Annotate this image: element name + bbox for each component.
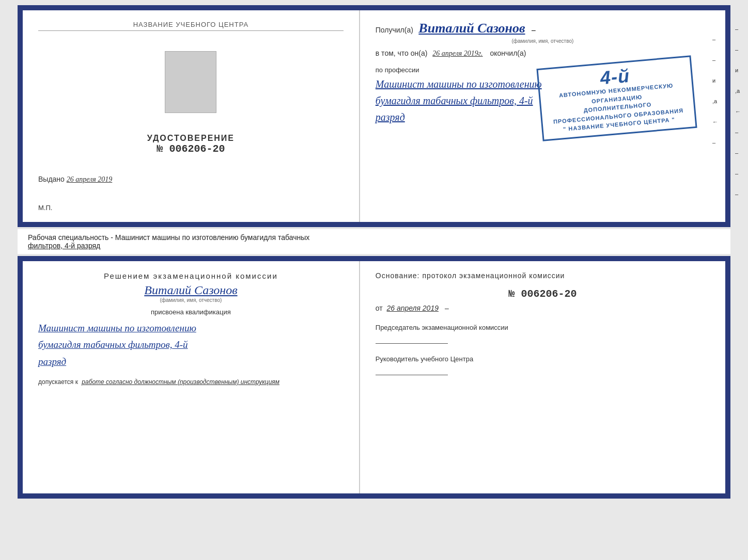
school-name-label: НАЗВАНИЕ УЧЕБНОГО ЦЕНТРА: [38, 21, 344, 31]
mark-1: –: [712, 36, 718, 42]
qualification-line1: Машинист машины по изготовлению: [38, 320, 344, 337]
poluchil-prefix: Получил(а): [376, 26, 413, 34]
middle-text-suffix: фильтров, 4-й разряд: [28, 242, 100, 250]
dopusk-prefix: допускается к: [38, 378, 78, 386]
okonchil: окончил(а): [490, 49, 526, 57]
right-edge-marks-bottom: – – и ,а ← – – – –: [735, 26, 741, 197]
v-tom-line: в том, что он(а) 26 апреля 2019г. окончи…: [376, 49, 710, 58]
bmark-8: –: [735, 170, 741, 177]
udostoverenie-block: УДОСТОВЕРЕНИЕ № 006206-20: [147, 134, 235, 155]
rukovoditel-signature-line: [376, 367, 448, 375]
bmark-9: –: [735, 191, 741, 197]
dopuskaetsya-block: допускается к работе согласно должностны…: [38, 378, 344, 386]
bmark-5: ←: [735, 108, 741, 115]
person-name-sub-top: (фамилия, имя, отчество): [376, 38, 710, 44]
bmark-1: –: [735, 26, 741, 32]
resheniem-title: Решением экзаменационной комиссии: [38, 271, 344, 280]
bmark-6: –: [735, 129, 741, 135]
predsedatel-title: Председатель экзаменационной комиссии: [376, 323, 710, 333]
ot-date-block: от 26 апреля 2019 –: [376, 304, 710, 312]
stamp-block: 4-й АВТОНОМНУЮ НЕКОММЕРЧЕСКУЮ ОРГАНИЗАЦИ…: [536, 55, 697, 141]
profession2-text: бумагидля табачных фильтров, 4-й: [376, 95, 533, 106]
vydano-block: Выдано 26 апреля 2019: [38, 175, 344, 184]
top-certificate: НАЗВАНИЕ УЧЕБНОГО ЦЕНТРА УДОСТОВЕРЕНИЕ №…: [18, 5, 730, 227]
qual-profession1: Машинист машины по изготовлению: [38, 323, 196, 333]
rukovoditel-block: Руководитель учебного Центра: [376, 354, 710, 375]
prisvoyena-text: присвоена квалификация: [38, 308, 344, 316]
vydano-date: 26 апреля 2019: [67, 175, 112, 183]
bmark-4: ,а: [735, 88, 741, 94]
ot-prefix: от: [376, 304, 383, 312]
photo-placeholder: [165, 51, 216, 113]
protocol-number: № 006206-20: [376, 288, 710, 300]
person-name-bottom: Виталий Сазонов: [38, 283, 344, 297]
predsedatel-block: Председатель экзаменационной комиссии: [376, 323, 710, 344]
osnovanie-title: Основание: протокол экзаменационной коми…: [376, 271, 710, 280]
rukovoditel-title: Руководитель учебного Центра: [376, 354, 710, 365]
cert-left: НАЗВАНИЕ УЧЕБНОГО ЦЕНТРА УДОСТОВЕРЕНИЕ №…: [23, 10, 360, 222]
bmark-2: –: [735, 46, 741, 53]
middle-text-line1: Рабочая специальность - Машинист машины …: [28, 233, 720, 242]
profession3-text: разряд: [376, 111, 405, 123]
middle-strip: Рабочая специальность - Машинист машины …: [18, 229, 730, 254]
vydano-label: Выдано: [38, 175, 65, 183]
udostoverenie-title: УДОСТОВЕРЕНИЕ: [147, 134, 235, 143]
udostoverenie-number: № 006206-20: [147, 143, 235, 155]
dopusk-text: работе согласно должностным (производств…: [82, 378, 279, 386]
qual-profession2: бумагидля табачных фильтров, 4-й: [38, 339, 188, 350]
qual-profession3: разряд: [38, 356, 66, 367]
poluchil-line: Получил(а) Виталий Сазонов –: [376, 21, 710, 36]
person-name-top: Виталий Сазонов: [418, 21, 525, 36]
middle-text-line2: фильтров, 4-й разряд: [28, 242, 720, 250]
predsedatel-signature-line: [376, 335, 448, 344]
bmark-3: и: [735, 67, 741, 73]
mark-4: ,а: [712, 98, 718, 104]
right-edge-marks: – – и ,а ← –: [712, 36, 718, 146]
bmark-7: –: [735, 150, 741, 156]
mp-label: М.П.: [38, 204, 52, 212]
bottom-certificate: Решением экзаменационной комиссии Витали…: [18, 256, 730, 499]
qualification-line2: бумагидля табачных фильтров, 4-й: [38, 337, 344, 353]
cert-right: Получил(а) Виталий Сазонов – (фамилия, и…: [360, 10, 725, 222]
fio-sub-bottom: (фамилия, имя, отчество): [38, 297, 344, 303]
mark-5: ←: [712, 119, 718, 125]
bottom-left: Решением экзаменационной комиссии Витали…: [23, 261, 360, 493]
profession1-text: Машинист машины по изготовлению: [376, 78, 542, 90]
document-container: НАЗВАНИЕ УЧЕБНОГО ЦЕНТРА УДОСТОВЕРЕНИЕ №…: [18, 5, 730, 499]
mark-3: и: [712, 77, 718, 84]
mark-6: –: [712, 139, 718, 146]
ot-date: 26 апреля 2019: [387, 304, 439, 312]
mark-2: –: [712, 57, 718, 63]
qualification-line3: разряд: [38, 354, 344, 370]
bottom-right: Основание: протокол экзаменационной коми…: [360, 261, 725, 493]
v-tom-prefix: в том, что он(а): [376, 49, 428, 57]
vydano-date-right: 26 апреля 2019г.: [432, 50, 482, 57]
middle-text-prefix: Рабочая специальность - Машинист машины …: [28, 233, 309, 242]
